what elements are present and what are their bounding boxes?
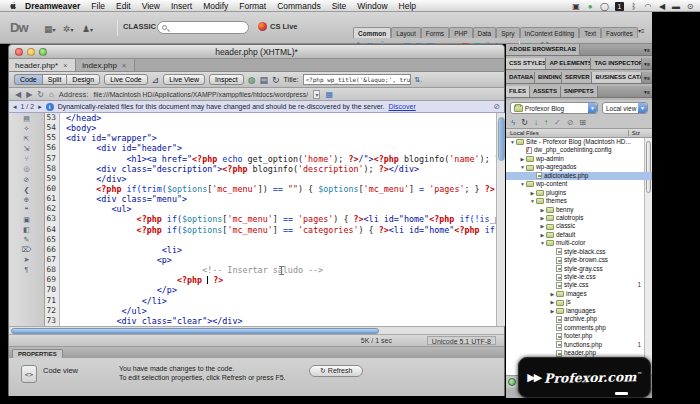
code-line-61[interactable]: 61 <div class="menu">	[45, 194, 496, 204]
panel-menu-icon[interactable]: ▾≡	[642, 44, 652, 55]
panel-menu-icon[interactable]: ▾≡	[642, 86, 652, 97]
tree-closed-arrow-icon[interactable]: ▶	[549, 298, 556, 306]
code-line-64[interactable]: 64 <?php if($options['mc_menu'] == 'cate…	[45, 225, 496, 235]
info-pager-next-icon[interactable]: ▸	[38, 103, 42, 111]
file-management-icon[interactable]: ⇅.	[415, 76, 423, 84]
code-line-67[interactable]: 67 <p>	[45, 255, 496, 265]
code-line-60[interactable]: 60 <?php if(trim($options['mc_menu']) ==…	[45, 184, 496, 194]
check-in-icon[interactable]: ⊘	[567, 118, 574, 127]
tree-item-style-brown-css[interactable]: style-brown.css	[506, 256, 652, 264]
tree-item-functions-php[interactable]: functions.php1	[506, 341, 652, 349]
panel-tab-database[interactable]: DATABASE	[506, 72, 535, 83]
tree-open-arrow-icon[interactable]: ▼	[519, 180, 526, 188]
grid-icon[interactable]: ▦	[325, 90, 333, 99]
menu-item-view[interactable]: View	[142, 1, 160, 11]
preview-browser-icon[interactable]: ◍	[248, 75, 256, 85]
tree-item-archive-php[interactable]: archive.php	[506, 315, 652, 323]
coding-toolbar-icon-5[interactable]: ◎	[23, 165, 29, 172]
tree-item-multi-color[interactable]: ▼multi-color	[506, 239, 652, 247]
panel-tab-tag-inspector[interactable]: TAG INSPECTOR	[591, 58, 642, 69]
menu-item-modify[interactable]: Modify	[203, 1, 228, 11]
coding-toolbar-icon-6[interactable]: ⊘	[24, 176, 30, 183]
coding-toolbar-icon-7[interactable]: ❮	[24, 186, 30, 193]
tree-closed-arrow-icon[interactable]: ▶	[549, 290, 556, 298]
size-column[interactable]: Siz	[628, 130, 640, 136]
check-out-icon[interactable]: ✓	[554, 118, 561, 127]
coding-toolbar-icon-4[interactable]: ⑂	[24, 155, 28, 162]
code-line-53[interactable]: 53</head>	[45, 113, 496, 123]
log-globe-icon[interactable]	[508, 378, 516, 386]
insert-tab-favorites[interactable]: Favorites	[601, 27, 638, 38]
tree-item-calotropis[interactable]: ▶calotropis	[506, 214, 652, 222]
tree-item-style-css[interactable]: style.css1	[506, 281, 652, 289]
expand-icon[interactable]: ⊞	[579, 118, 586, 127]
back-icon[interactable]: ◀	[15, 90, 21, 99]
tree-item-classic[interactable]: ▶classic	[506, 222, 652, 230]
menu-item-window[interactable]: Window	[357, 1, 387, 11]
panel-tab-server-be[interactable]: SERVER BE	[562, 72, 592, 83]
connect-icon[interactable]: ϟ	[511, 118, 515, 127]
time-machine-icon[interactable]: ◯	[600, 1, 609, 11]
coding-toolbar-icon-1[interactable]: ✧	[24, 125, 30, 132]
volume-icon[interactable]: ◀	[658, 1, 666, 11]
tree-item-languages[interactable]: ▶languages	[506, 307, 652, 315]
menu-item-insert[interactable]: Insert	[171, 1, 192, 11]
tree-closed-arrow-icon[interactable]: ▶	[519, 155, 526, 163]
put-files-icon[interactable]: ↑	[544, 118, 548, 127]
code-line-63[interactable]: 63 <?php if($options['mc_menu'] == 'page…	[45, 214, 496, 224]
panel-menu-icon[interactable]: ▾≡	[642, 58, 652, 69]
coding-toolbar-icon-14[interactable]: ➤	[24, 256, 30, 263]
input-menu-icon[interactable]: 1	[615, 2, 624, 11]
tree-item-wp-content[interactable]: ▼wp-content	[506, 180, 652, 188]
code-line-62[interactable]: 62 <ul>	[45, 204, 496, 214]
live-code-button[interactable]: Live Code	[104, 74, 148, 85]
panel-tab-ap-elements[interactable]: AP ELEMENTS	[546, 58, 591, 69]
tree-open-arrow-icon[interactable]: ▼	[539, 239, 546, 247]
file-status-icon[interactable]: ▤	[260, 75, 269, 85]
insert-tab-data[interactable]: Data	[473, 27, 497, 38]
coding-toolbar-icon-3[interactable]: ⇲	[24, 145, 30, 152]
tree-item-footer-php[interactable]: footer.php	[506, 332, 652, 340]
code-line-54[interactable]: 54<body>	[45, 123, 496, 133]
tree-closed-arrow-icon[interactable]: ▶	[539, 214, 546, 222]
refresh-icon[interactable]: ↻	[521, 118, 528, 127]
panel-tab-files[interactable]: FILES	[506, 86, 530, 97]
panel-tab-css-styles[interactable]: CSS STYLES	[506, 58, 546, 69]
document-tab-headerphp[interactable]: header.php*×	[9, 59, 76, 71]
panel-tab-adobe-browserlab[interactable]: ADOBE BROWSERLAB	[506, 44, 580, 55]
address-value[interactable]: file:///Macintosh HD/Applications/XAMPP/…	[93, 91, 308, 98]
check-browser-compatibility-icon[interactable]: ⊿	[152, 75, 160, 85]
insert-tab-spry[interactable]: Spry	[496, 27, 519, 38]
close-tab-icon[interactable]: ×	[63, 62, 67, 69]
panel-tab-business-catalyst[interactable]: BUSINESS CATALYST	[592, 72, 642, 83]
tree-item-plugins[interactable]: ▶plugins	[506, 189, 652, 197]
code-line-68[interactable]: 68 <!-- Insertar saludo -->	[45, 265, 496, 275]
coding-toolbar-icon-13[interactable]: ⌦	[22, 246, 32, 253]
coding-toolbar-icon-8[interactable]: ⊕	[24, 196, 30, 203]
tree-item-adicionales-php[interactable]: adicionales.php	[506, 172, 652, 180]
document-title-input[interactable]: <?php wp_title('&laquo;', true, 'right')…	[303, 74, 411, 85]
insert-tab-php[interactable]: PHP	[449, 27, 472, 38]
site-icon[interactable]: ♟▾	[82, 24, 93, 34]
view-select[interactable]: Local view▼	[602, 102, 648, 114]
address-dropdown-icon[interactable]: ▾	[313, 90, 320, 99]
search-input[interactable]	[157, 21, 249, 34]
insert-tab-text[interactable]: Text	[579, 27, 601, 38]
live-view-button[interactable]: Live View	[163, 74, 205, 85]
tree-item-style-gray-css[interactable]: style-gray.css	[506, 265, 652, 273]
code-horizontal-scrollbar[interactable]	[9, 326, 504, 335]
menu-item-format[interactable]: Format	[239, 1, 266, 11]
code-line-55[interactable]: 55<div id="wrapper">	[45, 133, 496, 143]
code-line-58[interactable]: 58 <div class="description"><?php blogin…	[45, 164, 496, 174]
panel-tab-assets[interactable]: ASSETS	[530, 86, 561, 97]
extend-icon[interactable]: ✲▾	[63, 24, 74, 34]
dismiss-info-icon[interactable]: ⊘	[493, 102, 500, 111]
battery-icon[interactable]: ▬	[672, 1, 680, 11]
insert-panel-menu-icon[interactable]: ▾≡	[638, 27, 645, 34]
insert-tab-layout[interactable]: Layout	[391, 27, 421, 38]
tree-open-arrow-icon[interactable]: ▼	[529, 197, 536, 205]
menu-item-file[interactable]: File	[91, 1, 105, 11]
tree-closed-arrow-icon[interactable]: ▶	[549, 307, 556, 315]
code-line-70[interactable]: 70 </p>	[45, 285, 496, 295]
tree-closed-arrow-icon[interactable]: ▶	[529, 189, 536, 197]
